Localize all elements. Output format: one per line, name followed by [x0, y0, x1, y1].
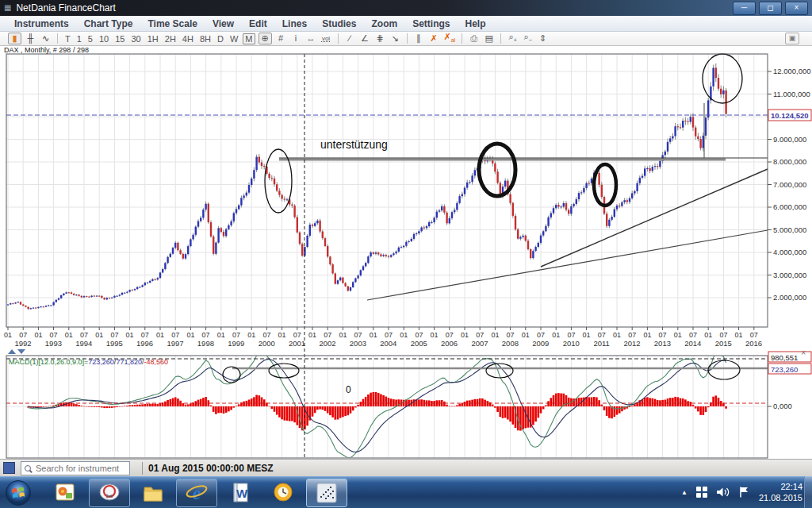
- timeframe-1h[interactable]: 1H: [146, 34, 160, 44]
- taskbar-outlook[interactable]: [263, 479, 303, 506]
- zoom-out-icon[interactable]: ⌕−: [522, 32, 534, 45]
- menu-bar: InstrumentsChart TypeTime ScaleViewEditL…: [0, 16, 812, 32]
- action-center-flag-icon[interactable]: [738, 486, 750, 498]
- menu-settings[interactable]: Settings: [412, 18, 450, 29]
- menu-help[interactable]: Help: [465, 18, 485, 29]
- menu-studies[interactable]: Studies: [322, 18, 356, 29]
- menu-chart-type[interactable]: Chart Type: [84, 18, 133, 29]
- svg-text:1992: 1992: [14, 339, 31, 348]
- timeframe-w[interactable]: W: [228, 34, 239, 44]
- chart-type-candlestick-icon[interactable]: ▮: [8, 33, 21, 44]
- crosshair-icon[interactable]: ⊕: [259, 33, 272, 44]
- grid-icon[interactable]: #: [275, 33, 287, 44]
- svg-text:6.000,000: 6.000,000: [773, 202, 806, 211]
- menu-view[interactable]: View: [213, 18, 234, 29]
- svg-text:2010: 2010: [563, 339, 580, 348]
- taskbar-word[interactable]: W: [220, 479, 260, 506]
- timeframe-5[interactable]: 5: [86, 34, 94, 44]
- timeframe-d[interactable]: D: [216, 34, 225, 44]
- svg-text:01: 01: [552, 331, 560, 339]
- svg-text:07: 07: [232, 331, 240, 339]
- tray-expand-icon[interactable]: ▲: [681, 489, 688, 496]
- svg-text:07: 07: [507, 331, 515, 339]
- instrument-color-swatch[interactable]: [3, 462, 15, 474]
- grid-lines-icon[interactable]: ⋕: [374, 33, 386, 44]
- taskbar-photo-viewer[interactable]: [46, 479, 86, 506]
- macd-close-icon[interactable]: ×: [801, 348, 806, 357]
- timeframe-m[interactable]: M: [243, 33, 255, 44]
- volume-icon[interactable]: [716, 486, 730, 498]
- svg-text:01: 01: [674, 331, 682, 339]
- svg-text:2006: 2006: [441, 339, 458, 348]
- toolbar-separator: [338, 33, 339, 44]
- arrow-tool-icon[interactable]: ↘: [389, 33, 401, 44]
- timeframe-8h[interactable]: 8H: [198, 34, 213, 44]
- svg-text:4.000,000: 4.000,000: [773, 248, 806, 256]
- taskbar-clock[interactable]: 22:14 21.08.2015: [759, 481, 802, 503]
- close-button[interactable]: ×: [785, 2, 808, 15]
- search-input[interactable]: [34, 463, 126, 474]
- popout-icon[interactable]: ▣: [785, 33, 799, 44]
- svg-text:01: 01: [704, 331, 712, 339]
- taskbar-snipping-tool[interactable]: ✂: [89, 479, 130, 507]
- restore-button[interactable]: ◻: [759, 2, 782, 15]
- window-controls: ─ ◻ ×: [733, 2, 808, 15]
- svg-text:01: 01: [95, 331, 103, 339]
- timeframe-4h[interactable]: 4H: [181, 34, 195, 44]
- toolbar: ▣ ▮╫∿T151015301H2H4H8HDWM⊕#i↔vol∕∠⋕↘∥✗✗a…: [0, 32, 812, 46]
- taskbar-financechart-app[interactable]: [306, 479, 347, 507]
- minimize-button[interactable]: ─: [733, 2, 756, 15]
- delete-drawing-icon[interactable]: ✗: [428, 33, 440, 44]
- print-preview-icon[interactable]: ▤: [483, 33, 495, 44]
- volume-icon[interactable]: vol: [320, 33, 332, 44]
- svg-text:07: 07: [659, 331, 667, 339]
- print-icon[interactable]: ⎙: [468, 33, 480, 44]
- delete-all-icon[interactable]: ✗al: [443, 32, 457, 45]
- trend-line-icon[interactable]: ∕: [344, 33, 356, 44]
- search-box[interactable]: [21, 461, 130, 475]
- svg-text:07: 07: [476, 331, 484, 339]
- show-desktop-button[interactable]: [804, 476, 812, 508]
- timeframe-15[interactable]: 15: [113, 34, 126, 44]
- svg-text:12.000,000: 12.000,000: [773, 67, 811, 75]
- status-bar: 01 Aug 2015 00:00:00 MESZ: [0, 459, 812, 476]
- h-scroll-icon[interactable]: ↔: [305, 33, 317, 44]
- timeframe-2h[interactable]: 2H: [163, 34, 178, 44]
- menu-edit[interactable]: Edit: [249, 18, 267, 29]
- menu-lines[interactable]: Lines: [282, 18, 307, 29]
- taskbar-internet-explorer[interactable]: e: [176, 479, 217, 507]
- timeframe-1[interactable]: 1: [75, 34, 83, 44]
- menu-time-scale[interactable]: Time Scale: [147, 18, 197, 29]
- outlook-icon: [271, 481, 295, 505]
- svg-text:01: 01: [186, 331, 194, 339]
- title-bar: ▦ NetDania FinanceChart ─ ◻ ×: [0, 0, 812, 16]
- svg-text:10.124,520: 10.124,520: [771, 111, 809, 120]
- timeframe-10[interactable]: 10: [98, 34, 110, 44]
- info-icon[interactable]: i: [290, 33, 302, 44]
- svg-text:01: 01: [522, 331, 530, 339]
- svg-text:07: 07: [415, 331, 423, 339]
- menu-instruments[interactable]: Instruments: [14, 18, 69, 29]
- fit-vertical-icon[interactable]: ⇕: [537, 33, 549, 44]
- chart-canvas[interactable]: unterstützung012.000,00011.000,00010.000…: [0, 46, 812, 459]
- taskbar-explorer[interactable]: [133, 479, 173, 506]
- snipping-tool-icon: ✂: [98, 481, 121, 505]
- svg-text:1999: 1999: [228, 339, 244, 348]
- timeframe-t[interactable]: T: [63, 34, 72, 44]
- trend-angle-icon[interactable]: ∠: [359, 33, 371, 44]
- svg-text:2005: 2005: [411, 339, 427, 348]
- svg-text:07: 07: [537, 331, 545, 339]
- svg-text:01: 01: [583, 331, 591, 339]
- zoom-in-icon[interactable]: ⌕+: [507, 32, 519, 45]
- start-button[interactable]: [3, 478, 33, 508]
- svg-text:07: 07: [719, 331, 727, 339]
- parallel-lines-icon[interactable]: ∥: [413, 33, 425, 44]
- menu-zoom[interactable]: Zoom: [371, 18, 397, 29]
- network-icon[interactable]: [696, 487, 707, 498]
- svg-text:01: 01: [613, 331, 621, 339]
- svg-text:01: 01: [491, 331, 499, 339]
- chart-type-bars-icon[interactable]: ╫: [25, 33, 36, 44]
- chart-type-line-icon[interactable]: ∿: [40, 33, 52, 44]
- timeframe-30[interactable]: 30: [129, 34, 142, 44]
- toolbar-separator: [57, 33, 58, 44]
